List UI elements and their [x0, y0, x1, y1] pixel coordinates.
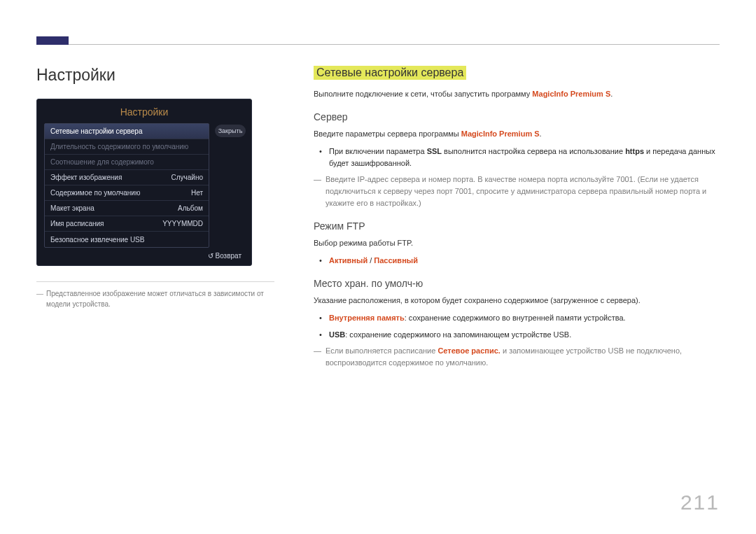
- page-header: [36, 0, 720, 45]
- storage-note: ― Если выполняется расписание Сетевое ра…: [314, 345, 720, 369]
- return-icon: ↺: [208, 252, 214, 260]
- text: : сохранение содержимого на запоминающем…: [345, 330, 571, 339]
- osd-menu: Сетевые настройки сервера Длительность с…: [44, 123, 209, 248]
- text: : сохранение содержимого во внутренней п…: [405, 314, 626, 322]
- divider: [36, 281, 274, 282]
- osd-item-value: Случайно: [172, 174, 204, 181]
- server-note: ― Введите IP-адрес сервера и номер порта…: [314, 174, 720, 209]
- storage-internal-bullet: Внутренняя память: сохранение содержимог…: [329, 312, 720, 324]
- page-number: 211: [680, 491, 720, 514]
- usb-term: USB: [329, 330, 345, 339]
- text: Введите параметры сервера программы: [314, 129, 461, 138]
- https-term: https: [625, 147, 644, 155]
- storage-paragraph: Указание расположения, в котором будет с…: [314, 295, 720, 307]
- note-text: Если выполняется расписание Сетевое расп…: [326, 345, 720, 369]
- osd-item-value: YYYYMMDD: [162, 220, 203, 227]
- osd-footer: ↺Возврат: [44, 248, 244, 261]
- osd-item-server-settings[interactable]: Сетевые настройки сервера: [45, 124, 209, 139]
- product-name: MagicInfo Premium S: [532, 90, 610, 98]
- dash-icon: ―: [36, 289, 46, 309]
- internal-memory-term: Внутренняя память: [329, 314, 405, 322]
- osd-item-safe-usb-remove[interactable]: Безопасное извлечение USB: [45, 232, 209, 247]
- disclaimer-text: Представленное изображение может отличат…: [46, 289, 274, 309]
- left-disclaimer: ― Представленное изображение может отлич…: [36, 289, 274, 309]
- osd-item-label: Имя расписания: [50, 220, 104, 227]
- osd-item-content-ratio[interactable]: Соотношение для содержимого: [45, 155, 209, 170]
- ftp-subheading: Режим FTP: [314, 220, 720, 232]
- storage-subheading: Место хран. по умолч-ю: [314, 278, 720, 289]
- product-name: MagicInfo Premium S: [461, 129, 540, 138]
- osd-item-label: Эффект изображения: [50, 174, 122, 181]
- right-section-title: Сетевые настройки сервера: [314, 66, 466, 80]
- text: .: [610, 90, 612, 98]
- text: выполнится настройка сервера на использо…: [442, 147, 625, 155]
- osd-close-button[interactable]: Закрыть: [215, 125, 246, 137]
- osd-item-value: Нет: [191, 189, 203, 197]
- text: Выполните подключение к сети, чтобы запу…: [314, 90, 532, 98]
- text: При включении параметра: [329, 147, 427, 155]
- text: .: [540, 129, 542, 138]
- osd-item-screen-layout[interactable]: Макет экранаАльбом: [45, 201, 209, 216]
- ftp-active: Активный: [329, 256, 368, 265]
- osd-item-image-effect[interactable]: Эффект изображенияСлучайно: [45, 170, 209, 185]
- intro-paragraph: Выполните подключение к сети, чтобы запу…: [314, 88, 720, 100]
- note-text: Введите IP-адрес сервера и номер порта. …: [326, 174, 720, 209]
- osd-item-label: Макет экрана: [50, 204, 94, 212]
- ftp-paragraph: Выбор режима работы FTP.: [314, 237, 720, 249]
- text: /: [368, 256, 374, 265]
- osd-item-label: Безопасное извлечение USB: [50, 236, 144, 244]
- osd-item-label: Соотношение для содержимого: [50, 158, 154, 166]
- osd-item-label: Содержимое по умолчанию: [50, 189, 140, 197]
- left-heading: Настройки: [36, 66, 274, 85]
- osd-item-default-content[interactable]: Содержимое по умолчаниюНет: [45, 185, 209, 201]
- server-ssl-bullet: При включении параметра SSL выполнится н…: [329, 146, 720, 169]
- header-accent: [36, 36, 69, 45]
- osd-item-label: Сетевые настройки сервера: [50, 127, 142, 135]
- storage-usb-bullet: USB: сохранение содержимого на запоминаю…: [329, 329, 720, 341]
- osd-item-schedule-name[interactable]: Имя расписанияYYYYMMDD: [45, 216, 209, 232]
- ftp-passive: Пассивный: [374, 256, 418, 265]
- osd-return-label: Возврат: [216, 252, 242, 260]
- net-schedule-term: Сетевое распис.: [438, 346, 500, 355]
- osd-panel: Настройки Сетевые настройки сервера Длит…: [36, 99, 252, 266]
- osd-title: Настройки: [44, 106, 244, 118]
- osd-item-default-duration[interactable]: Длительность содержимого по умолчанию: [45, 139, 209, 155]
- dash-icon: ―: [314, 174, 326, 209]
- server-paragraph: Введите параметры сервера программы Magi…: [314, 128, 720, 140]
- ftp-mode-bullet: Активный / Пассивный: [329, 255, 720, 267]
- osd-item-value: Альбом: [178, 204, 203, 212]
- dash-icon: ―: [314, 345, 326, 369]
- text: Если выполняется расписание: [326, 346, 438, 355]
- server-subheading: Сервер: [314, 111, 720, 122]
- ssl-term: SSL: [427, 147, 442, 155]
- osd-item-label: Длительность содержимого по умолчанию: [50, 143, 188, 150]
